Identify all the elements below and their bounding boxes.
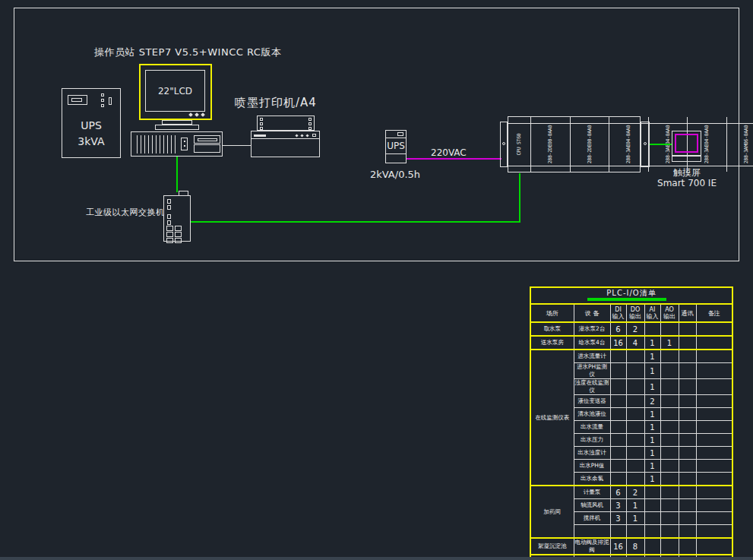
table-row: 送水泵房给水泵4台16411 <box>530 336 732 350</box>
io-count-cell <box>660 408 679 421</box>
device-cell: 浊度在线监测仪 <box>574 379 610 395</box>
io-count-cell <box>696 336 732 350</box>
io-count-cell: 1 <box>644 434 660 447</box>
table-header-cell: AI输入 <box>644 304 660 322</box>
io-count-cell <box>679 395 696 408</box>
io-count-cell <box>610 350 626 363</box>
device-cell: 电动阀及排泥阀 <box>574 538 610 555</box>
printer-label: 喷墨打印机/A4 <box>235 96 317 110</box>
io-count-cell <box>610 379 626 395</box>
io-count-cell <box>626 363 644 379</box>
device-cell: 清水池液位 <box>574 408 610 421</box>
io-count-cell <box>679 538 696 555</box>
io-count-cell <box>679 350 696 363</box>
io-count-cell <box>644 525 660 539</box>
device-cell: 计量泵 <box>574 486 610 499</box>
ups-3kva: UPS 3kVA <box>62 88 121 158</box>
cad-canvas: 操作员站 STEP7 V5.5+WINCC RC版本 UPS 3kVA 22"L… <box>0 0 753 560</box>
ups-vent <box>101 104 104 107</box>
io-count-cell <box>610 363 626 379</box>
device-cell: 轴流风机 <box>574 499 610 512</box>
lcd-size-label: 22"LCD <box>158 86 192 96</box>
monitor-base <box>155 125 199 130</box>
table-header-cell: 场所 <box>530 304 574 322</box>
io-count-cell <box>696 421 732 434</box>
io-count-cell <box>644 512 660 525</box>
ups-display <box>68 95 87 105</box>
io-count-cell <box>679 512 696 525</box>
io-count-cell: 2 <box>626 486 644 499</box>
table-header-cell: DO输出 <box>626 304 644 322</box>
pc-printer-cable <box>223 145 251 146</box>
io-count-cell <box>644 538 660 555</box>
io-count-cell: 1 <box>644 421 660 434</box>
io-count-cell: 6 <box>610 322 626 336</box>
table-header-cell: AO输出 <box>660 304 679 322</box>
io-count-cell: 6 <box>610 486 626 499</box>
io-count-cell <box>626 408 644 421</box>
io-count-cell: 16 <box>610 336 626 350</box>
io-count-cell <box>679 379 696 395</box>
io-count-cell <box>660 379 679 395</box>
io-count-cell <box>679 421 696 434</box>
io-count-cell <box>626 379 644 395</box>
io-count-cell <box>626 447 644 460</box>
io-count-cell <box>626 525 644 539</box>
io-count-cell <box>660 525 679 539</box>
ups-3kva-label: UPS 3kVA <box>62 118 120 150</box>
monitor-button <box>201 112 205 117</box>
device-cell <box>574 525 610 539</box>
table-row: 絮凝沉淀池电动阀及排泥阀168 <box>530 538 732 555</box>
io-count-cell <box>679 322 696 336</box>
ups-2kva: UPS <box>385 130 407 163</box>
plc-module: 288-2DE08-0AA0 <box>530 117 570 172</box>
table-header-cell: 通讯 <box>679 304 696 322</box>
io-count-cell <box>696 538 732 555</box>
io-count-cell: 1 <box>644 473 660 486</box>
io-count-cell <box>679 336 696 350</box>
table-header-row: 场所设 备DI输入DO输出AI输入AO输出通讯备注 <box>530 304 732 322</box>
io-count-cell <box>696 512 732 525</box>
device-cell: 进水PH监测仪 <box>574 363 610 379</box>
device-cell: 进水流量计 <box>574 350 610 363</box>
io-count-cell <box>660 322 679 336</box>
pc-drive-slot <box>194 135 220 144</box>
io-count-cell <box>644 322 660 336</box>
io-count-cell: 1 <box>644 379 660 395</box>
table-title: PLC-I/O清单 <box>530 287 732 304</box>
io-count-cell: 16 <box>610 538 626 555</box>
window-bottom-edge <box>0 557 753 560</box>
location-cell: 在线监测仪表 <box>530 350 574 486</box>
io-count-cell <box>679 525 696 539</box>
table-row: 加药间计量泵62 <box>530 486 732 499</box>
io-count-cell: 3 <box>610 512 626 525</box>
io-count-cell <box>696 322 732 336</box>
io-count-cell: 1 <box>644 447 660 460</box>
ethernet-switch <box>163 195 191 242</box>
io-count-cell <box>660 486 679 499</box>
pc-workstation <box>131 131 223 157</box>
io-count-cell <box>660 473 679 486</box>
io-count-cell: 2 <box>644 395 660 408</box>
io-count-cell <box>696 434 732 447</box>
io-count-cell: 8 <box>626 538 644 555</box>
ethernet-line-plc-drop <box>519 173 520 223</box>
io-count-cell <box>644 486 660 499</box>
printer-tray <box>257 115 315 131</box>
ups-vent <box>101 99 104 102</box>
touchscreen <box>672 131 701 156</box>
table-title-underline <box>587 298 666 301</box>
plc-module: 288-2DE08-0AA0 <box>570 117 609 172</box>
device-cell: 出水PH值 <box>574 460 610 473</box>
io-count-cell <box>679 486 696 499</box>
io-count-cell <box>610 460 626 473</box>
io-count-cell <box>610 525 626 539</box>
monitor-button <box>188 112 193 117</box>
io-count-cell <box>696 395 732 408</box>
io-count-cell <box>660 421 679 434</box>
io-count-cell <box>696 525 732 539</box>
io-count-cell <box>660 350 679 363</box>
io-count-cell: 3 <box>610 499 626 512</box>
io-count-cell <box>610 473 626 486</box>
table-header-cell: DI输入 <box>610 304 626 322</box>
